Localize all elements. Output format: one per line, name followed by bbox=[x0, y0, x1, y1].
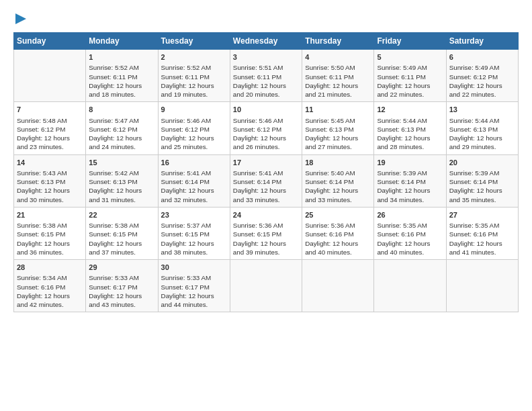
day-number: 15 bbox=[89, 158, 154, 168]
week-row-5: 28Sunrise: 5:34 AM Sunset: 6:16 PM Dayli… bbox=[14, 260, 519, 312]
calendar-cell: 1Sunrise: 5:52 AM Sunset: 6:11 PM Daylig… bbox=[86, 50, 158, 102]
calendar-cell: 23Sunrise: 5:37 AM Sunset: 6:15 PM Dayli… bbox=[158, 207, 230, 259]
day-info: Sunrise: 5:36 AM Sunset: 6:15 PM Dayligh… bbox=[233, 221, 299, 257]
day-number: 26 bbox=[377, 210, 443, 220]
day-info: Sunrise: 5:44 AM Sunset: 6:13 PM Dayligh… bbox=[449, 116, 515, 152]
day-info: Sunrise: 5:48 AM Sunset: 6:12 PM Dayligh… bbox=[17, 116, 83, 152]
day-number: 21 bbox=[17, 210, 83, 220]
day-info: Sunrise: 5:49 AM Sunset: 6:12 PM Dayligh… bbox=[449, 63, 515, 99]
calendar-cell: 30Sunrise: 5:33 AM Sunset: 6:17 PM Dayli… bbox=[158, 260, 230, 312]
logo bbox=[13, 11, 26, 27]
day-number: 30 bbox=[161, 263, 227, 273]
calendar-cell: 29Sunrise: 5:33 AM Sunset: 6:17 PM Dayli… bbox=[86, 260, 158, 312]
day-info: Sunrise: 5:33 AM Sunset: 6:17 PM Dayligh… bbox=[161, 273, 227, 309]
calendar-header-row: SundayMondayTuesdayWednesdayThursdayFrid… bbox=[14, 33, 519, 50]
day-number: 11 bbox=[305, 105, 371, 115]
calendar-cell bbox=[230, 260, 302, 312]
calendar-cell: 26Sunrise: 5:35 AM Sunset: 6:16 PM Dayli… bbox=[374, 207, 446, 259]
calendar-table: SundayMondayTuesdayWednesdayThursdayFrid… bbox=[13, 32, 519, 312]
col-header-wednesday: Wednesday bbox=[230, 33, 302, 50]
day-number: 23 bbox=[161, 210, 227, 220]
day-info: Sunrise: 5:41 AM Sunset: 6:14 PM Dayligh… bbox=[233, 169, 299, 204]
header bbox=[13, 11, 519, 27]
calendar-cell: 14Sunrise: 5:43 AM Sunset: 6:13 PM Dayli… bbox=[14, 154, 86, 207]
calendar-cell: 9Sunrise: 5:46 AM Sunset: 6:12 PM Daylig… bbox=[158, 102, 230, 154]
calendar-cell: 13Sunrise: 5:44 AM Sunset: 6:13 PM Dayli… bbox=[446, 102, 518, 154]
day-info: Sunrise: 5:39 AM Sunset: 6:14 PM Dayligh… bbox=[449, 169, 515, 204]
day-info: Sunrise: 5:46 AM Sunset: 6:12 PM Dayligh… bbox=[161, 116, 227, 152]
day-number: 14 bbox=[17, 158, 83, 168]
calendar-cell: 8Sunrise: 5:47 AM Sunset: 6:12 PM Daylig… bbox=[86, 102, 158, 154]
calendar-cell: 18Sunrise: 5:40 AM Sunset: 6:14 PM Dayli… bbox=[302, 154, 374, 207]
day-number: 12 bbox=[377, 105, 443, 115]
calendar-cell: 3Sunrise: 5:51 AM Sunset: 6:11 PM Daylig… bbox=[230, 50, 302, 102]
day-info: Sunrise: 5:39 AM Sunset: 6:14 PM Dayligh… bbox=[377, 169, 443, 204]
col-header-sunday: Sunday bbox=[14, 33, 86, 50]
day-info: Sunrise: 5:50 AM Sunset: 6:11 PM Dayligh… bbox=[305, 63, 371, 99]
calendar-cell: 12Sunrise: 5:44 AM Sunset: 6:13 PM Dayli… bbox=[374, 102, 446, 154]
day-info: Sunrise: 5:51 AM Sunset: 6:11 PM Dayligh… bbox=[233, 63, 299, 99]
day-info: Sunrise: 5:38 AM Sunset: 6:15 PM Dayligh… bbox=[89, 221, 154, 257]
day-info: Sunrise: 5:41 AM Sunset: 6:14 PM Dayligh… bbox=[161, 169, 227, 204]
week-row-3: 14Sunrise: 5:43 AM Sunset: 6:13 PM Dayli… bbox=[14, 154, 519, 207]
day-number: 28 bbox=[17, 263, 83, 273]
day-number: 4 bbox=[305, 52, 371, 62]
day-number: 16 bbox=[161, 158, 227, 168]
day-info: Sunrise: 5:42 AM Sunset: 6:13 PM Dayligh… bbox=[89, 169, 154, 204]
day-info: Sunrise: 5:40 AM Sunset: 6:14 PM Dayligh… bbox=[305, 169, 371, 204]
week-row-4: 21Sunrise: 5:38 AM Sunset: 6:15 PM Dayli… bbox=[14, 207, 519, 259]
page: SundayMondayTuesdayWednesdayThursdayFrid… bbox=[0, 0, 532, 319]
day-number: 27 bbox=[449, 210, 515, 220]
calendar-cell: 27Sunrise: 5:35 AM Sunset: 6:16 PM Dayli… bbox=[446, 207, 518, 259]
day-number: 22 bbox=[89, 210, 154, 220]
day-number: 2 bbox=[161, 52, 227, 62]
calendar-cell: 7Sunrise: 5:48 AM Sunset: 6:12 PM Daylig… bbox=[14, 102, 86, 154]
day-info: Sunrise: 5:46 AM Sunset: 6:12 PM Dayligh… bbox=[233, 116, 299, 152]
calendar-cell bbox=[14, 50, 86, 102]
day-info: Sunrise: 5:52 AM Sunset: 6:11 PM Dayligh… bbox=[161, 63, 227, 99]
day-number: 6 bbox=[449, 52, 515, 62]
calendar-cell bbox=[302, 260, 374, 312]
calendar-cell: 22Sunrise: 5:38 AM Sunset: 6:15 PM Dayli… bbox=[86, 207, 158, 259]
day-info: Sunrise: 5:45 AM Sunset: 6:13 PM Dayligh… bbox=[305, 116, 371, 152]
col-header-thursday: Thursday bbox=[302, 33, 374, 50]
day-info: Sunrise: 5:43 AM Sunset: 6:13 PM Dayligh… bbox=[17, 169, 83, 204]
calendar-cell bbox=[374, 260, 446, 312]
svg-marker-0 bbox=[15, 13, 26, 24]
calendar-cell: 6Sunrise: 5:49 AM Sunset: 6:12 PM Daylig… bbox=[446, 50, 518, 102]
day-number: 1 bbox=[89, 52, 154, 62]
day-number: 8 bbox=[89, 105, 154, 115]
day-number: 7 bbox=[17, 105, 83, 115]
day-number: 3 bbox=[233, 52, 299, 62]
calendar-cell bbox=[446, 260, 518, 312]
day-number: 18 bbox=[305, 158, 371, 168]
day-info: Sunrise: 5:37 AM Sunset: 6:15 PM Dayligh… bbox=[161, 221, 227, 257]
week-row-1: 1Sunrise: 5:52 AM Sunset: 6:11 PM Daylig… bbox=[14, 50, 519, 102]
week-row-2: 7Sunrise: 5:48 AM Sunset: 6:12 PM Daylig… bbox=[14, 102, 519, 154]
day-info: Sunrise: 5:52 AM Sunset: 6:11 PM Dayligh… bbox=[89, 63, 154, 99]
day-info: Sunrise: 5:35 AM Sunset: 6:16 PM Dayligh… bbox=[449, 221, 515, 257]
day-number: 17 bbox=[233, 158, 299, 168]
day-info: Sunrise: 5:35 AM Sunset: 6:16 PM Dayligh… bbox=[377, 221, 443, 257]
calendar-cell: 24Sunrise: 5:36 AM Sunset: 6:15 PM Dayli… bbox=[230, 207, 302, 259]
calendar-cell: 15Sunrise: 5:42 AM Sunset: 6:13 PM Dayli… bbox=[86, 154, 158, 207]
day-info: Sunrise: 5:47 AM Sunset: 6:12 PM Dayligh… bbox=[89, 116, 154, 152]
col-header-friday: Friday bbox=[374, 33, 446, 50]
calendar-cell: 11Sunrise: 5:45 AM Sunset: 6:13 PM Dayli… bbox=[302, 102, 374, 154]
calendar-cell: 17Sunrise: 5:41 AM Sunset: 6:14 PM Dayli… bbox=[230, 154, 302, 207]
col-header-tuesday: Tuesday bbox=[158, 33, 230, 50]
day-number: 13 bbox=[449, 105, 515, 115]
day-info: Sunrise: 5:44 AM Sunset: 6:13 PM Dayligh… bbox=[377, 116, 443, 152]
logo-arrow-icon bbox=[15, 13, 26, 24]
col-header-monday: Monday bbox=[86, 33, 158, 50]
calendar-cell: 4Sunrise: 5:50 AM Sunset: 6:11 PM Daylig… bbox=[302, 50, 374, 102]
day-number: 9 bbox=[161, 105, 227, 115]
day-info: Sunrise: 5:38 AM Sunset: 6:15 PM Dayligh… bbox=[17, 221, 83, 257]
day-number: 10 bbox=[233, 105, 299, 115]
calendar-cell: 16Sunrise: 5:41 AM Sunset: 6:14 PM Dayli… bbox=[158, 154, 230, 207]
day-number: 25 bbox=[305, 210, 371, 220]
day-number: 20 bbox=[449, 158, 515, 168]
calendar-cell: 20Sunrise: 5:39 AM Sunset: 6:14 PM Dayli… bbox=[446, 154, 518, 207]
day-number: 19 bbox=[377, 158, 443, 168]
day-info: Sunrise: 5:49 AM Sunset: 6:11 PM Dayligh… bbox=[377, 63, 443, 99]
